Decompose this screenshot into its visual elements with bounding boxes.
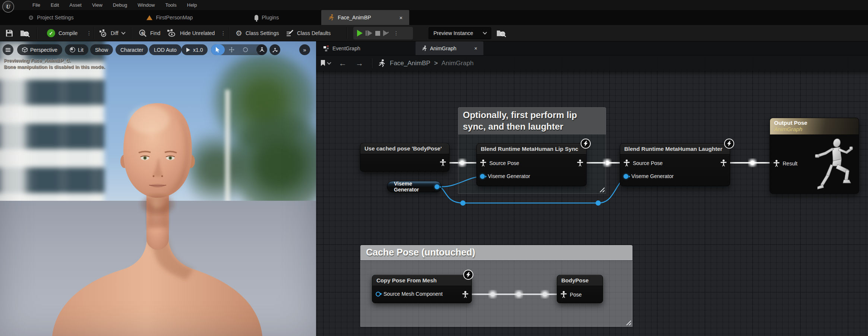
lit-dropdown[interactable]: Lit bbox=[65, 44, 88, 55]
lightning-icon bbox=[727, 141, 731, 146]
hide-unrelated-button[interactable]: Hide Unrelated bbox=[167, 25, 215, 41]
graph-document-tabs: EventGraph AnimGraph × bbox=[316, 41, 868, 56]
pose-output-pin[interactable] bbox=[440, 159, 446, 166]
menu-help[interactable]: Help bbox=[183, 1, 202, 9]
class-settings-button[interactable]: ⚙ Class Settings bbox=[236, 25, 279, 41]
pose-input-pin[interactable]: Pose bbox=[561, 291, 582, 298]
resize-handle[interactable] bbox=[625, 319, 631, 325]
menu-view[interactable]: View bbox=[88, 1, 107, 9]
viseme-generator-input-pin[interactable]: Viseme Generator bbox=[624, 173, 673, 179]
move-tool-button[interactable] bbox=[225, 44, 239, 55]
chevron-down-icon bbox=[121, 30, 125, 34]
move-icon bbox=[229, 47, 234, 53]
compile-options-button[interactable]: ⋮ bbox=[86, 25, 92, 41]
play-button[interactable] bbox=[357, 30, 363, 37]
pose-output-pin[interactable] bbox=[462, 291, 468, 298]
diff-button[interactable]: Diff bbox=[99, 25, 125, 41]
bone-manipulation-text: Bone manipulation is disabled in this mo… bbox=[4, 64, 105, 70]
preview-viewport[interactable]: Perspective Lit Show Character LOD Auto … bbox=[0, 41, 316, 336]
forward-button[interactable]: → bbox=[356, 59, 363, 67]
source-pose-input-pin[interactable]: Source Pose bbox=[480, 159, 519, 167]
breadcrumb-current[interactable]: AnimGraph bbox=[442, 60, 474, 67]
tab-event-graph[interactable]: EventGraph bbox=[318, 41, 366, 55]
tab-face-animbp[interactable]: Face_AnimBP × bbox=[321, 10, 409, 25]
save-button[interactable] bbox=[5, 25, 13, 41]
animbp-runner-icon bbox=[328, 14, 334, 21]
ellipsis-icon[interactable]: ⋮ bbox=[394, 32, 399, 34]
world-gizmo-icon bbox=[259, 47, 265, 53]
hide-unrelated-options-button[interactable]: ⋮ bbox=[221, 25, 226, 41]
menu-window[interactable]: Window bbox=[133, 1, 159, 9]
select-tool-button[interactable] bbox=[211, 44, 225, 55]
diff-icon bbox=[99, 29, 107, 37]
node-title: Blend Runtime MetaHuman Laughter bbox=[620, 144, 730, 155]
stop-button[interactable] bbox=[375, 31, 380, 36]
node-output-pose[interactable]: Output Pose AnimGraph Result bbox=[770, 118, 859, 194]
node-copy-pose-from-mesh[interactable]: Copy Pose From Mesh Source Mesh Componen… bbox=[372, 275, 472, 303]
viewport-menu-button[interactable] bbox=[3, 44, 13, 55]
menu-edit[interactable]: Edit bbox=[46, 1, 63, 9]
tab-project-settings[interactable]: ⚙ Project Settings bbox=[22, 10, 80, 25]
playback-speed-button[interactable]: x1.0 bbox=[182, 44, 208, 55]
compile-button[interactable]: ✓ Compile bbox=[47, 25, 78, 41]
axis-snap-icon bbox=[272, 47, 278, 53]
viseme-generator-output-pin[interactable] bbox=[435, 184, 439, 189]
node-title: Use cached pose 'BodyPose' bbox=[360, 143, 449, 154]
coordinate-system-button[interactable] bbox=[256, 44, 267, 55]
class-defaults-button[interactable]: Class Defaults bbox=[285, 25, 331, 41]
node-title: Blend Runtime MetaHuman Lip Sync bbox=[477, 144, 586, 155]
menu-debug[interactable]: Debug bbox=[108, 1, 132, 9]
play-icon bbox=[186, 48, 190, 52]
close-icon[interactable]: × bbox=[399, 15, 403, 21]
node-use-cached-pose[interactable]: Use cached pose 'BodyPose' bbox=[360, 143, 449, 172]
step-forward-button[interactable] bbox=[366, 30, 372, 36]
tab-anim-graph[interactable]: AnimGraph × bbox=[416, 41, 483, 55]
node-title: Output Pose bbox=[774, 120, 855, 126]
tab-first-person-map[interactable]: FirstPersonMap bbox=[140, 10, 199, 25]
runner-icon bbox=[378, 59, 385, 67]
browse-debug-button[interactable] bbox=[496, 25, 506, 41]
unreal-logo-icon[interactable]: U bbox=[2, 1, 14, 13]
close-icon[interactable]: × bbox=[474, 45, 477, 51]
node-blend-laughter[interactable]: Blend Runtime MetaHuman Laughter Source … bbox=[620, 143, 730, 186]
find-button[interactable]: ⊕ Find bbox=[139, 25, 160, 41]
mannequin-figure bbox=[809, 137, 857, 191]
breadcrumb-root[interactable]: Face_AnimBP bbox=[390, 60, 430, 67]
event-graph-icon bbox=[323, 45, 329, 51]
comment-header[interactable]: Cache Pose (untouched) bbox=[360, 245, 632, 260]
node-blend-lip-sync[interactable]: Blend Runtime MetaHuman Lip Sync Source … bbox=[476, 143, 587, 186]
node-body-pose[interactable]: BodyPose Pose bbox=[557, 275, 603, 303]
show-dropdown[interactable]: Show bbox=[90, 44, 113, 55]
skip-to-end-button[interactable] bbox=[383, 30, 388, 36]
lit-sphere-icon bbox=[70, 47, 75, 53]
pose-output-pin[interactable] bbox=[720, 159, 727, 167]
menu-asset[interactable]: Asset bbox=[65, 1, 86, 9]
node-viseme-generator-variable[interactable]: Viseme Generator bbox=[387, 181, 442, 192]
source-mesh-component-pin[interactable]: Source Mesh Component bbox=[376, 291, 443, 297]
character-dropdown[interactable]: Character bbox=[116, 44, 148, 55]
lod-dropdown[interactable]: LOD Auto bbox=[149, 44, 182, 55]
tab-plugins[interactable]: Plugins bbox=[248, 10, 285, 25]
browse-asset-button[interactable] bbox=[20, 25, 30, 41]
expand-toolbar-button[interactable]: » bbox=[299, 44, 310, 55]
bookmarks-dropdown[interactable] bbox=[321, 60, 331, 66]
plug-icon bbox=[255, 15, 258, 20]
breadcrumb-chevron: > bbox=[434, 60, 438, 67]
save-icon bbox=[5, 29, 13, 37]
snap-settings-button[interactable] bbox=[269, 44, 280, 55]
back-button[interactable]: ← bbox=[339, 59, 347, 67]
result-input-pin[interactable]: Result bbox=[773, 160, 798, 167]
source-pose-input-pin[interactable]: Source Pose bbox=[624, 159, 663, 167]
viseme-generator-input-pin[interactable]: Viseme Generator bbox=[480, 173, 530, 179]
perspective-dropdown[interactable]: Perspective bbox=[17, 44, 62, 55]
anim-node-badge bbox=[724, 139, 734, 149]
rotate-tool-button[interactable] bbox=[239, 44, 252, 55]
menu-file[interactable]: File bbox=[28, 1, 45, 9]
comment-header[interactable]: Optionally, first perform lip sync, and … bbox=[458, 107, 606, 134]
pose-output-pin[interactable] bbox=[577, 159, 583, 167]
resize-handle[interactable] bbox=[599, 186, 605, 192]
menu-tools[interactable]: Tools bbox=[161, 1, 181, 9]
preview-instance-dropdown[interactable]: Preview Instance bbox=[429, 27, 491, 39]
anim-graph-panel[interactable]: EventGraph AnimGraph × ← → Face_AnimBP bbox=[316, 41, 868, 336]
folder-search-icon bbox=[496, 29, 506, 37]
